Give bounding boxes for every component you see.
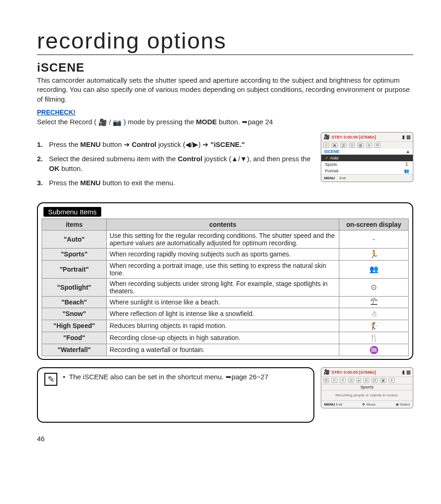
item-osd-icon: 🏃 (339, 248, 409, 260)
tab-icon: ▣ (380, 378, 386, 383)
sports-icon: 🏃 (404, 162, 409, 167)
tab-icon: ✦ (389, 378, 395, 383)
item-osd-icon: ⊙ (339, 278, 409, 296)
item-osd-icon: 🍴 (339, 332, 409, 344)
lcd-menu-screenshot: 🎥STBY 0:00:00 [475Min] ▮ ▥ ⊙▣▥◎▦⊕⚙ iSCEN… (321, 132, 413, 182)
page-number: 46 (37, 435, 413, 443)
section-heading-upper: SCENE (41, 61, 85, 74)
tab-icon: ☀ (340, 378, 346, 383)
item-desc: Where reflection of light is intense lik… (107, 308, 339, 320)
lcd-move: Move (367, 402, 376, 407)
lcd-icon-row: ⊞⊙☀◎♠⊛⊟▣✦ (321, 377, 413, 384)
lcd-menu-row-sports: Sports🏃 (321, 161, 413, 168)
table-row: "Auto"Use this setting for the regular r… (42, 230, 409, 248)
menu-label: MENU (80, 140, 101, 148)
lcd-mode-label: Sports (321, 384, 413, 390)
t: button ➔ (101, 140, 132, 148)
item-osd-icon: ⛱ (339, 296, 409, 308)
item-desc: Recording close-up objects in high satur… (107, 332, 339, 344)
lcd-menu-title: iSCENE (324, 149, 340, 154)
check-icon: ✔ (325, 156, 329, 160)
tab-icon: ⊛ (363, 378, 369, 383)
lcd-tab-row: ⊙▣▥◎▦⊕⚙ (321, 142, 413, 149)
precheck-text-3: button. ➥page 24 (219, 118, 273, 126)
t: Press the (49, 179, 80, 187)
tab-icon: ⊙ (323, 143, 329, 148)
tab-icon: ◎ (348, 378, 354, 383)
item-desc: Where sunlight is intense like a beach. (107, 296, 339, 308)
battery-icon: ▮ ▥ (402, 370, 410, 375)
note-body: The iSCENE also can be set in the shortc… (69, 373, 268, 381)
col-contents: contents (107, 219, 339, 230)
item-desc: Reduces blurring objects in rapid motion… (107, 320, 339, 332)
table-row: "Sports"When recording rapidly moving su… (42, 248, 409, 260)
item-osd-icon: ☃ (339, 308, 409, 320)
item-name: "Sports" (42, 248, 107, 260)
step-num: 2. (37, 154, 45, 173)
t: joystick (◀/▶) ➔ (156, 140, 210, 148)
precheck-body: Select the Record ( 🎥 / 📷 ) mode by pres… (37, 118, 413, 127)
step-3: 3. Press the MENU button to exit the men… (37, 178, 315, 188)
steps-list: 1. Press the MENU button ➔ Control joyst… (37, 135, 315, 192)
table-row: "Portrait"When recording a portrait imag… (42, 260, 409, 278)
item-name: "Snow" (42, 308, 107, 320)
table-row: "Snow"Where reflection of light is inten… (42, 308, 409, 320)
portrait-icon: 👥 (404, 169, 409, 173)
item-name: "Spotlight" (42, 278, 107, 296)
item-name: "Waterfall" (42, 344, 107, 356)
page-title: recording options (37, 28, 413, 55)
precheck-text-2: ) mode by pressing the (123, 118, 196, 126)
table-row: "Spotlight"When recording subjects under… (42, 278, 409, 296)
table-row: "High Speed"Reduces blurring objects in … (42, 320, 409, 332)
precheck-mode-label: MODE (196, 118, 217, 126)
step-2: 2. Select the desired submenu item with … (37, 154, 315, 173)
step-1: 1. Press the MENU button ➔ Control joyst… (37, 140, 315, 149)
lcd-exit-label: Exit (340, 176, 346, 180)
note-panel: ✎ • The iSCENE also can be set in the sh… (37, 367, 314, 423)
menu-label: MENU (80, 179, 101, 187)
t: joystick (▲/▼), and then press the (202, 155, 311, 163)
step-num: 1. (37, 140, 45, 149)
item-osd-icon: 🏌 (339, 320, 409, 332)
submenu-panel: Submenu Items items contents on-screen d… (37, 202, 413, 360)
item-desc: When recording rapidly moving subjects s… (107, 248, 339, 260)
item-osd-icon: ♒ (339, 344, 409, 356)
row-label: Portrait (325, 169, 338, 173)
tab-icon: ♠ (356, 378, 361, 383)
item-name: "Auto" (42, 230, 107, 248)
tab-icon: ▣ (331, 143, 338, 148)
item-name: "Portrait" (42, 260, 107, 278)
item-desc: When recording subjects under strong lig… (107, 278, 339, 296)
tab-icon: ⊕ (366, 143, 372, 148)
control-label: Control (178, 155, 202, 163)
lcd-menu-btn: MENU (324, 402, 335, 407)
item-name: "High Speed" (42, 320, 107, 332)
record-icon: 🎥 (324, 134, 330, 140)
tab-icon: ⊞ (323, 378, 329, 383)
step-num: 3. (37, 178, 45, 188)
ok-label: OK (49, 164, 60, 172)
tab-icon: ⊙ (331, 378, 337, 383)
tab-icon: ⊟ (372, 378, 378, 383)
up-arrow-icon: ▲ (406, 149, 410, 154)
tab-icon: ▥ (340, 143, 347, 148)
control-label: Control (132, 140, 156, 148)
item-desc: Use this setting for the regular recordi… (107, 230, 339, 248)
lcd-menu-btn: MENU (324, 176, 335, 180)
item-desc: When recording a portrait image, use thi… (107, 260, 339, 278)
submenu-table: items contents on-screen display "Auto"U… (42, 219, 409, 356)
table-row: "Food"Recording close-up objects in high… (42, 332, 409, 344)
col-items: items (42, 219, 107, 230)
table-row: "Beach"Where sunlight is intense like a … (42, 296, 409, 308)
lcd-menu-row-portrait: Portrait👥 (321, 168, 413, 174)
battery-icon: ▮ ▥ (402, 134, 410, 140)
lcd-shortcut-screenshot: 🎥STBY 0:00:00 [475Min] ▮ ▥ ⊞⊙☀◎♠⊛⊟▣✦ Spo… (321, 367, 413, 408)
lcd-status: STBY 0:00:00 [475Min] (331, 370, 376, 375)
note-icon: ✎ (44, 373, 57, 386)
t: button. (60, 164, 83, 172)
row-label: Sports (325, 162, 337, 167)
item-osd-icon: - (339, 230, 409, 248)
intro-text: This camcorder automatically sets the sh… (37, 76, 413, 104)
t: Press the (49, 140, 80, 148)
item-osd-icon: 👥 (339, 260, 409, 278)
